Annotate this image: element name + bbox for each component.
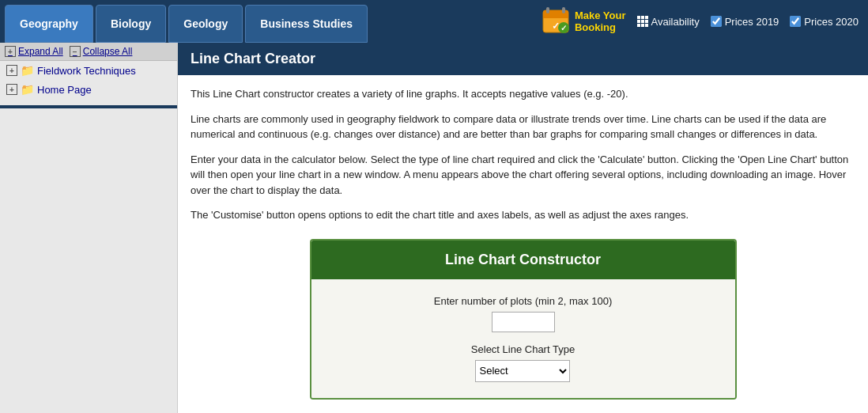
prices-2019-label[interactable]: Prices 2019 bbox=[711, 16, 779, 28]
folder-icon: 📁 bbox=[21, 64, 34, 77]
grid-icon bbox=[637, 16, 648, 27]
intro-paragraph-4: The 'Customise' button opens options to … bbox=[191, 207, 855, 223]
main-content: Line Chart Creator This Line Chart const… bbox=[178, 43, 868, 413]
svg-rect-3 bbox=[546, 7, 549, 13]
prices-2020-label[interactable]: Prices 2020 bbox=[790, 16, 859, 28]
select-type-group: Select Line Chart Type Select Basic Line… bbox=[471, 343, 575, 382]
page-title: Line Chart Creator bbox=[178, 43, 868, 75]
nav-tab-biology[interactable]: Biology bbox=[96, 5, 166, 43]
sidebar-item-fieldwork[interactable]: + 📁 Fieldwork Techniques bbox=[0, 61, 177, 80]
select-type-label: Select Line Chart Type bbox=[471, 343, 575, 355]
plots-input[interactable] bbox=[492, 312, 555, 332]
collapse-icon: − bbox=[70, 46, 81, 57]
expand-icon: + bbox=[5, 46, 16, 57]
intro-paragraph-2: Line charts are commonly used in geograp… bbox=[191, 112, 855, 142]
availability-link[interactable]: Availability bbox=[637, 16, 700, 28]
home-folder-icon: 📁 bbox=[21, 83, 34, 96]
expand-all-button[interactable]: + Expand All bbox=[5, 46, 63, 57]
sidebar-divider bbox=[0, 105, 177, 108]
intro-paragraph-1: This Line Chart constructor creates a va… bbox=[191, 86, 855, 102]
plots-form-group: Enter number of plots (min 2, max 100) bbox=[327, 295, 719, 332]
sidebar-item-homepage[interactable]: + 📁 Home Page bbox=[0, 80, 177, 99]
calendar-icon: ✓ ✓ bbox=[542, 7, 570, 36]
chart-type-select[interactable]: Select Basic Line Chart Multiple Line Ch… bbox=[475, 360, 570, 382]
chart-constructor: Line Chart Constructor Enter number of p… bbox=[310, 239, 737, 400]
chart-constructor-title: Line Chart Constructor bbox=[311, 241, 735, 279]
chart-constructor-body: Enter number of plots (min 2, max 100) S… bbox=[311, 279, 735, 398]
top-navigation: Geography Biology Geology Business Studi… bbox=[0, 0, 868, 43]
svg-rect-4 bbox=[562, 7, 565, 13]
nav-tab-geology[interactable]: Geology bbox=[168, 5, 243, 43]
intro-paragraph-3: Enter your data in the calculator below.… bbox=[191, 152, 855, 199]
expand-homepage-icon: + bbox=[6, 84, 17, 95]
sidebar-controls: + Expand All − Collapse All bbox=[0, 43, 177, 61]
plots-label: Enter number of plots (min 2, max 100) bbox=[434, 295, 612, 307]
prices-2019-checkbox[interactable] bbox=[711, 16, 722, 27]
collapse-all-button[interactable]: − Collapse All bbox=[70, 46, 133, 57]
main-layout: + Expand All − Collapse All + 📁 Fieldwor… bbox=[0, 43, 868, 413]
nav-tab-business-studies[interactable]: Business Studies bbox=[245, 5, 368, 43]
sidebar: + Expand All − Collapse All + 📁 Fieldwor… bbox=[0, 43, 178, 413]
expand-fieldwork-icon: + bbox=[6, 65, 17, 76]
svg-rect-2 bbox=[543, 15, 568, 18]
nav-right-section: ✓ ✓ Make Your Booking Availability Price… bbox=[542, 0, 863, 43]
make-booking-button[interactable]: ✓ ✓ Make Your Booking bbox=[542, 7, 626, 36]
nav-tab-geography[interactable]: Geography bbox=[5, 5, 93, 43]
content-body: This Line Chart constructor creates a va… bbox=[178, 75, 868, 413]
prices-2020-checkbox[interactable] bbox=[790, 16, 801, 27]
booking-text: Make Your Booking bbox=[575, 9, 626, 33]
svg-text:✓: ✓ bbox=[560, 24, 567, 32]
